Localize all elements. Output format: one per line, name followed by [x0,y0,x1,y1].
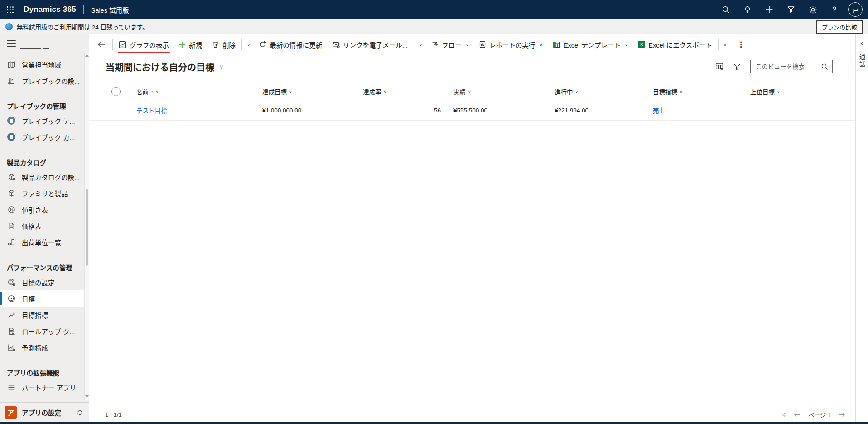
table-row[interactable]: テスト目標 ¥1,000,000.00 56 ¥555,500.00 ¥221,… [89,100,855,121]
record-range: 1 - 1/1 [105,411,122,418]
sidebar-item-goal-metrics[interactable]: 目標指標 [0,307,89,323]
email-split-chevron-icon[interactable]: ∨ [415,42,426,47]
sidebar-item-forecast-configuration[interactable]: 予測構成 [0,339,89,356]
view-search-input[interactable] [755,63,821,71]
sidebar-scrollbar[interactable] [84,53,89,400]
sidebar-item-discount-lists[interactable]: 値引き表 [0,201,89,218]
user-avatar[interactable]: 戸 [848,2,863,17]
sidebar-item-partner-apps[interactable]: パートナー アプリ [0,379,89,395]
scroll-up-arrow-icon[interactable] [85,54,89,57]
filter-icon[interactable] [780,0,802,19]
run-report-chevron-icon[interactable]: ∨ [540,42,543,47]
grid-status-bar: 1 - 1/1 ページ 1 [89,407,855,422]
next-page-icon[interactable] [839,412,845,418]
help-icon[interactable] [824,0,845,19]
column-chevron-icon[interactable]: ∨ [468,89,471,94]
show-chart-button[interactable]: グラフの表示 [114,34,174,54]
target-value-cell: ¥1,000,000.00 [262,107,363,114]
view-search-box[interactable] [750,60,833,73]
sidebar-item-clipped[interactable] [20,48,89,52]
excel-templates-button[interactable]: Excel テンプレート ∨ [548,34,633,54]
actual-value-cell: ¥555,500.00 [453,107,555,114]
right-side-pane-rail: ‹ 通話 [855,34,868,422]
column-header-parent-goal[interactable]: 上位目標∨ [750,87,855,96]
dynamics365-window: Dynamics 365 Sales 試用版 戸 無料試用版のご利用期間は 24… [0,0,868,424]
change-area-app-settings[interactable]: ア アプリの設定 [0,402,89,422]
sidebar-item-sales-territories[interactable]: 営業担当地域 [0,56,89,73]
column-header-percent-achieved[interactable]: 達成率∨ [363,87,453,96]
run-report-button[interactable]: レポートの実行 ∨ [474,34,548,54]
goal-name-link[interactable]: テスト目標 [136,106,262,115]
commandbar-divider [241,39,242,50]
site-map-sidebar: 営業担当地域 プレイブックの設... プレイブックの管理 プレイブック テ...… [0,34,89,422]
column-chevron-icon[interactable]: ∨ [156,89,159,94]
product-catalog-settings-icon [7,173,16,181]
column-header-in-progress[interactable]: 進行中∨ [555,87,653,96]
sidebar-item-goals[interactable]: 目標 [0,290,89,307]
back-button[interactable] [91,41,111,48]
percent-achieved-cell: 56 [434,107,453,114]
playbook-category-icon [7,133,16,141]
export-split-chevron-icon[interactable]: ∨ [719,42,731,47]
first-page-icon[interactable] [780,412,786,418]
more-commands-icon[interactable]: ⋮ [731,40,751,49]
export-excel-button[interactable]: X Excel にエクスポート [633,34,717,54]
select-all-checkbox[interactable] [111,87,121,96]
calls-pane-tab[interactable]: 通話 [858,54,866,68]
excel-templates-chevron-icon[interactable]: ∨ [625,42,628,47]
app-name[interactable]: Sales 試用版 [91,5,129,15]
sidebar-item-price-lists[interactable]: 価格表 [0,218,89,234]
email-link-button[interactable]: リンクを電子メール... [327,34,413,54]
pager: ページ 1 [780,410,845,419]
column-header-goal-metric[interactable]: 目標指標∨ [653,87,750,96]
compare-plans-button[interactable]: プランの比較 [816,20,863,34]
sitemap-collapse-icon[interactable] [7,40,16,47]
add-icon[interactable] [758,0,780,19]
area-switcher-icon[interactable] [77,409,82,416]
column-chevron-icon[interactable]: ∨ [777,89,780,94]
sidebar-nav: 営業担当地域 プレイブックの設... プレイブックの管理 プレイブック テ...… [0,52,89,395]
view-selector-chevron-icon[interactable]: ∨ [219,63,224,70]
flow-button[interactable]: フロー ∨ [426,34,474,54]
search-icon[interactable] [715,0,737,19]
column-chevron-icon[interactable]: ∨ [680,89,683,94]
app-launcher-waffle-icon[interactable] [0,0,20,19]
sidebar-item-playbook-categories[interactable]: プレイブック カ... [0,129,89,145]
discount-list-icon [7,206,16,214]
scrollbar-thumb[interactable] [86,189,88,266]
previous-page-icon[interactable] [794,412,800,418]
sidebar-item-product-catalog-settings[interactable]: 製品カタログの設... [0,169,89,185]
new-button[interactable]: 新規 [174,34,207,54]
edit-columns-icon[interactable] [715,63,724,71]
column-chevron-icon[interactable]: ∨ [575,89,579,94]
column-chevron-icon[interactable]: ∨ [384,89,387,94]
scroll-down-arrow-icon[interactable] [85,395,89,398]
sidebar-item-goal-settings[interactable]: 目標の設定 [0,274,89,290]
delete-button[interactable]: 削除 [207,34,241,54]
refresh-button[interactable]: 最新の情報に更新 [254,34,327,54]
column-header-actual[interactable]: 実績∨ [453,87,555,96]
flow-chevron-icon[interactable]: ∨ [466,42,469,47]
sidebar-item-playbook-settings[interactable]: プレイブックの設... [0,73,89,89]
column-chevron-icon[interactable]: ∨ [289,89,292,94]
sidebar-item-label: プレイブック カ... [22,132,75,142]
sidebar-item-rollup-queries[interactable]: ロールアップ ク... [0,323,89,339]
goal-metric-icon [7,311,16,319]
search-icon[interactable] [821,63,828,70]
expand-pane-chevron-icon[interactable]: ‹ [861,39,863,47]
sidebar-item-unit-groups[interactable]: 出荷単位一覧 [0,234,89,250]
lightbulb-icon[interactable] [737,0,758,19]
delete-split-chevron-icon[interactable]: ∨ [243,42,254,47]
column-header-target[interactable]: 達成目標∨ [262,87,363,96]
product-title[interactable]: Dynamics 365 [24,5,76,14]
sidebar-item-label: 営業担当地域 [22,60,61,69]
goal-settings-icon [7,278,16,286]
view-selector-title[interactable]: 当期間における自分の目標 [106,60,214,73]
edit-filters-icon[interactable] [733,63,741,71]
goal-metric-link[interactable]: 売上 [653,106,750,115]
command-bar: グラフの表示 新規 削除 ∨ 最新の情報に更新 リンクを電子メール... [89,34,855,54]
sidebar-item-families-products[interactable]: ファミリと製品 [0,185,89,201]
settings-gear-icon[interactable] [802,0,824,19]
column-header-name[interactable]: 名前 ↑ ∨ [136,87,262,96]
sidebar-item-playbook-templates[interactable]: プレイブック テ... [0,112,89,129]
